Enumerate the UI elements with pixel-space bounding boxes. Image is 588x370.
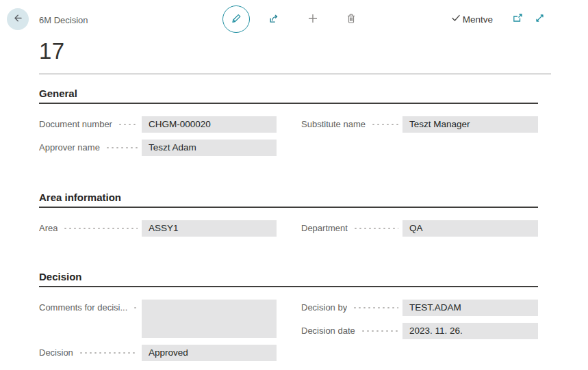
popout-button[interactable] <box>512 12 524 26</box>
saved-status: Mentve <box>450 12 493 26</box>
field-decision-by: Decision by TEST.ADAM <box>301 300 538 316</box>
record-actions <box>222 5 357 33</box>
record-title: 17 <box>39 38 588 64</box>
document-number-label: Document number <box>39 116 112 133</box>
area-label: Area <box>39 220 57 237</box>
field-area: Area ASSY1 <box>39 220 277 237</box>
dotted-leader <box>353 300 398 316</box>
field-comments: Comments for decisi... <box>39 300 277 338</box>
saved-status-label: Mentve <box>463 14 493 25</box>
comments-textarea[interactable] <box>142 300 277 338</box>
back-button[interactable] <box>7 8 29 30</box>
share-button[interactable] <box>268 12 281 27</box>
dotted-leader <box>79 345 138 361</box>
top-bar: 6M Decision <box>0 0 588 34</box>
fullscreen-button[interactable] <box>534 12 546 26</box>
decision-by-label: Decision by <box>301 300 347 316</box>
section-general-title: General <box>39 88 538 104</box>
header-divider <box>39 73 551 75</box>
field-substitute-name: Substitute name Teszt Manager <box>301 116 538 133</box>
decision-date-label: Decision date <box>301 323 355 339</box>
plus-icon <box>307 12 319 27</box>
pencil-icon <box>230 12 242 27</box>
share-icon <box>268 12 281 27</box>
substitute-name-input[interactable]: Teszt Manager <box>402 116 538 133</box>
decision-date-input[interactable]: 2023. 11. 26. <box>402 323 538 339</box>
dotted-leader <box>371 116 398 133</box>
area-input[interactable]: ASSY1 <box>142 220 277 237</box>
dotted-leader <box>118 116 138 133</box>
open-in-window-icon <box>512 12 524 26</box>
approver-name-label: Approver name <box>39 140 100 156</box>
dotted-leader <box>63 220 138 237</box>
new-record-button[interactable] <box>307 12 319 27</box>
field-decision-date: Decision date 2023. 11. 26. <box>301 323 538 339</box>
dotted-leader <box>105 140 138 156</box>
approver-name-input[interactable]: Teszt Adam <box>142 140 277 156</box>
department-input[interactable]: QA <box>402 220 538 237</box>
field-department: Department QA <box>301 220 538 237</box>
decision-input[interactable]: Approved <box>142 345 277 361</box>
substitute-name-label: Substitute name <box>301 116 366 133</box>
decision-label: Decision <box>39 345 73 361</box>
section-area-information: Area information Area ASSY1 Department Q… <box>39 191 538 243</box>
expand-diagonal-icon <box>534 12 546 26</box>
field-approver-name: Approver name Teszt Adam <box>39 140 277 156</box>
field-document-number: Document number CHGM-000020 <box>39 116 277 133</box>
section-decision: Decision Comments for decisi... Decision… <box>39 271 538 368</box>
section-general: General Document number CHGM-000020 Appr… <box>39 88 538 163</box>
dotted-leader <box>353 220 398 237</box>
delete-button[interactable] <box>345 12 357 27</box>
window-actions: Mentve <box>450 5 546 33</box>
page-caption: 6M Decision <box>39 15 88 25</box>
arrow-left-icon <box>12 12 24 26</box>
department-label: Department <box>301 220 348 237</box>
edit-button[interactable] <box>222 5 250 33</box>
section-area-information-title: Area information <box>39 191 538 208</box>
check-icon <box>450 12 461 26</box>
comments-label: Comments for decisi... <box>39 300 127 316</box>
dotted-leader <box>361 323 398 339</box>
decision-by-input[interactable]: TEST.ADAM <box>402 300 538 316</box>
document-number-input[interactable]: CHGM-000020 <box>142 116 277 133</box>
dotted-leader <box>133 300 138 316</box>
trash-icon <box>345 12 357 27</box>
field-decision: Decision Approved <box>39 345 277 361</box>
section-decision-title: Decision <box>39 271 538 287</box>
